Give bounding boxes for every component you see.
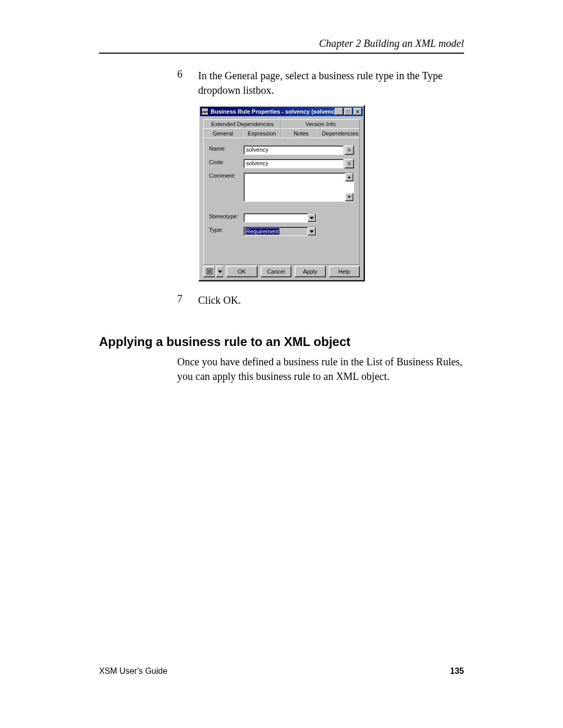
code-field[interactable]: solvency bbox=[243, 159, 344, 168]
code-label: Code: bbox=[209, 159, 243, 165]
menu-button[interactable] bbox=[203, 266, 215, 277]
tab-expression[interactable]: Expression bbox=[242, 128, 282, 138]
stereotype-label: Stereotype: bbox=[209, 213, 243, 219]
chevron-down-icon[interactable] bbox=[308, 227, 316, 236]
name-field[interactable]: solvency bbox=[243, 145, 344, 155]
step-6: 6 In the General page, select a business… bbox=[177, 68, 464, 97]
tab-dependencies[interactable]: Dependencies bbox=[321, 128, 360, 138]
name-label: Name: bbox=[209, 145, 243, 152]
general-panel: Name: solvency = Code: solvency = bbox=[203, 138, 360, 265]
step-number: 6 bbox=[177, 68, 189, 97]
tab-label: Dependencies bbox=[322, 130, 358, 137]
maximize-icon[interactable]: □ bbox=[344, 108, 352, 115]
code-equal-button[interactable]: = bbox=[345, 159, 354, 168]
help-button[interactable]: Help bbox=[329, 266, 360, 277]
code-value: solvency bbox=[246, 160, 268, 166]
tab-label: General bbox=[213, 130, 233, 137]
scroll-down-icon[interactable] bbox=[345, 193, 353, 201]
name-equal-button[interactable]: = bbox=[345, 145, 354, 155]
section-paragraph: Once you have defined a business rule in… bbox=[177, 354, 464, 384]
tab-notes[interactable]: Notes bbox=[282, 128, 321, 138]
type-combo[interactable]: Requirement bbox=[243, 227, 316, 236]
tab-label: Expression bbox=[248, 130, 276, 137]
titlebar: xsm Business Rule Properties - solvency … bbox=[200, 107, 363, 116]
type-value: Requirement bbox=[246, 228, 279, 235]
comment-field[interactable] bbox=[243, 172, 354, 202]
step-number: 7 bbox=[177, 293, 189, 307]
dialog-title: Business Rule Properties - solvency (sol… bbox=[211, 108, 335, 115]
chevron-down-icon[interactable] bbox=[308, 214, 316, 222]
page-number: 135 bbox=[450, 667, 464, 676]
minimize-icon[interactable]: _ bbox=[335, 108, 343, 115]
step-text: In the General page, select a business r… bbox=[198, 68, 464, 97]
name-value: solvency bbox=[246, 146, 268, 153]
tab-label: Extended Dependencies bbox=[211, 121, 274, 127]
step-7: 7 Click OK. bbox=[177, 293, 464, 307]
running-head: Chapter 2 Building an XML model bbox=[99, 38, 464, 54]
stereotype-combo[interactable] bbox=[243, 213, 316, 223]
tab-version-info[interactable]: Version Info bbox=[282, 119, 360, 129]
step-text: Click OK. bbox=[198, 293, 241, 307]
scroll-up-icon[interactable] bbox=[345, 173, 353, 181]
apply-button[interactable]: Apply bbox=[295, 266, 326, 277]
ok-button[interactable]: OK bbox=[226, 266, 258, 277]
footer-guide: XSM User's Guide bbox=[99, 667, 167, 676]
type-label: Type: bbox=[209, 227, 243, 233]
tab-label: Version Info bbox=[305, 121, 336, 127]
list-icon bbox=[206, 268, 213, 275]
section-heading: Applying a business rule to an XML objec… bbox=[99, 335, 464, 349]
cancel-button[interactable]: Cancel bbox=[261, 266, 292, 277]
close-icon[interactable]: × bbox=[353, 108, 362, 115]
business-rule-properties-dialog: xsm Business Rule Properties - solvency … bbox=[198, 105, 365, 281]
tab-label: Notes bbox=[293, 130, 309, 137]
app-icon[interactable]: xsm bbox=[201, 108, 209, 115]
tab-general[interactable]: General bbox=[203, 128, 242, 138]
comment-label: Comment: bbox=[209, 172, 243, 179]
menu-dropdown-button[interactable] bbox=[216, 266, 223, 277]
tab-extended-dependencies[interactable]: Extended Dependencies bbox=[203, 119, 282, 129]
